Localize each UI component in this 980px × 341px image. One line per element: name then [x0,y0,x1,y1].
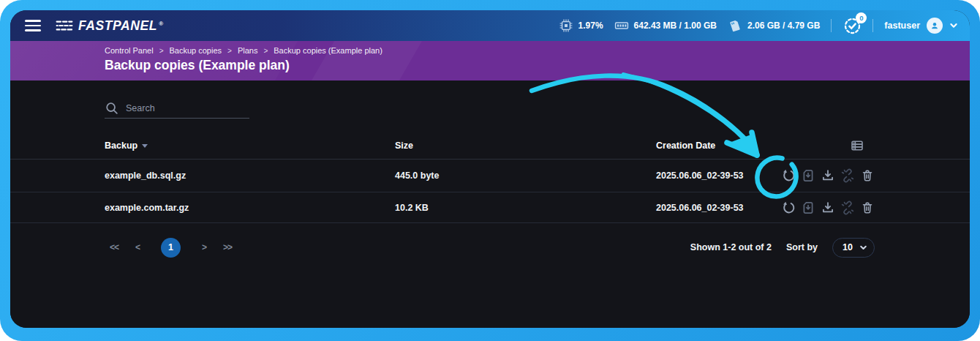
header-size: Size [395,140,413,151]
username: fastuser [884,20,920,31]
chevron-down-icon [949,21,958,30]
per-page-value: 10 [843,242,853,252]
sort-by-label: Sort by [786,242,818,252]
prev-page-button[interactable]: < [126,242,149,252]
breadcrumb-separator: > [227,47,232,55]
backup-size: 445.0 byte [395,170,439,181]
backup-date: 2025.06.06_02-39-53 [656,170,744,181]
download-icon[interactable] [821,201,835,215]
search-box [105,98,249,119]
unpack-icon[interactable] [801,201,815,215]
top-bar: FASTPANEL® 1.97% 642.43 MB / 1.00 GB 2.0… [10,10,970,41]
disk-icon [728,18,742,33]
logo-text: FASTPANEL [78,18,157,34]
fastpanel-window: FASTPANEL® 1.97% 642.43 MB / 1.00 GB 2.0… [10,10,970,328]
cpu-usage: 1.97% [559,18,603,33]
search-input[interactable] [126,103,249,113]
disk-usage: 2.06 GB / 4.79 GB [728,18,820,33]
main-content: Backup Size Creation Date example_db.sql… [10,80,970,328]
table-footer: Shown 1-2 out of 2 Sort by 10 [690,237,875,258]
disk-value: 2.06 GB / 4.79 GB [747,20,820,31]
breadcrumb: Control Panel > Backup copies > Plans > … [105,46,970,55]
logo-registered-mark: ® [159,20,163,27]
user-menu[interactable]: fastuser [884,18,958,34]
delete-icon[interactable] [860,168,875,183]
sort-arrow-icon [142,144,148,148]
broken-link-icon [840,201,855,215]
backup-name: example.com.tar.gz [105,203,189,213]
pagination: << < 1 > >> [102,237,239,258]
header-backup[interactable]: Backup [105,140,148,151]
ram-icon [614,18,629,33]
breadcrumb-separator: > [159,47,164,55]
row-actions [781,201,875,215]
first-page-button[interactable]: << [102,242,126,252]
restore-icon[interactable] [781,201,796,215]
breadcrumb-separator: > [263,47,268,55]
header-creation-date: Creation Date [656,140,715,151]
page-header: Control Panel > Backup copies > Plans > … [10,41,970,80]
row-actions [781,168,875,183]
ram-usage: 642.43 MB / 1.00 GB [614,18,717,33]
download-icon[interactable] [821,168,835,183]
last-page-button[interactable]: >> [216,242,239,252]
table-header: Backup Size Creation Date [10,132,970,160]
breadcrumb-current: Backup copies (Example plan) [274,46,382,55]
shown-count: Shown 1-2 out of 2 [690,242,772,252]
column-settings-icon[interactable] [850,138,864,153]
unpack-icon[interactable] [801,168,815,183]
ram-value: 642.43 MB / 1.00 GB [634,20,717,31]
next-page-button[interactable]: > [192,242,216,252]
menu-icon[interactable] [25,20,41,31]
fastpanel-logo[interactable]: FASTPANEL® [56,18,163,34]
restore-icon[interactable] [781,168,796,183]
avatar [927,18,943,34]
page-title: Backup copies (Example plan) [105,58,970,73]
backup-size: 10.2 KB [395,203,429,213]
header-backup-label: Backup [105,140,137,151]
divider [872,19,873,32]
backup-name: example_db.sql.gz [105,170,186,181]
broken-link-icon [840,168,855,183]
chevron-down-icon [859,244,867,252]
table-row: example.com.tar.gz 10.2 KB 2025.06.06_02… [10,192,970,223]
tasks-badge: 0 [856,12,867,23]
cpu-value: 1.97% [578,20,603,31]
cpu-icon [559,18,573,33]
breadcrumb-backup-copies[interactable]: Backup copies [170,46,222,55]
breadcrumb-control-panel[interactable]: Control Panel [105,46,154,55]
table-row: example_db.sql.gz 445.0 byte 2025.06.06_… [10,160,970,192]
user-icon [930,20,940,31]
page-number[interactable]: 1 [161,238,181,258]
backup-date: 2025.06.06_02-39-53 [656,203,744,213]
search-icon [105,101,119,116]
per-page-select[interactable]: 10 [832,238,875,258]
delete-icon[interactable] [860,201,875,215]
tasks-button[interactable]: 0 [843,16,862,35]
logo-equalizer-icon [56,19,73,32]
breadcrumb-plans[interactable]: Plans [238,46,258,55]
divider [831,19,832,32]
